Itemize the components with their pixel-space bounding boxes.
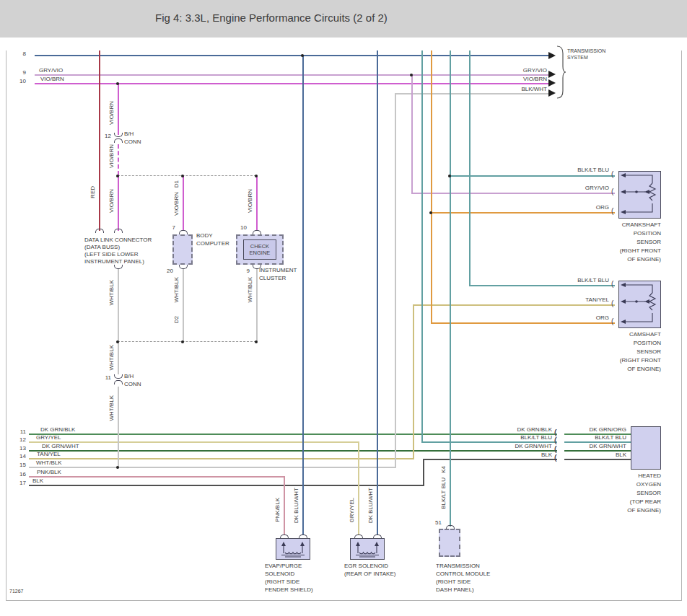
wire-blk-lt-blu-v3 xyxy=(469,50,471,286)
wire-blk-vertical xyxy=(423,459,424,486)
oxygen-sensor-box xyxy=(631,426,661,470)
wire-row8-dk-blu-wht xyxy=(35,55,550,56)
wire-tan-yel-vertical xyxy=(413,304,414,459)
frame-left xyxy=(6,50,6,601)
row-number: 14 xyxy=(14,453,26,459)
wire-label: TAN/YEL xyxy=(553,296,609,303)
wire-label: WHT/BLK xyxy=(108,280,115,306)
wire-label: ORG xyxy=(553,204,609,211)
connector-arc-icon xyxy=(179,265,188,269)
wire-label: BLK/LT BLU xyxy=(569,434,626,441)
wire-label: WHT/BLK xyxy=(108,345,115,371)
instrument-cluster-label: INSTRUMENT CLUSTER xyxy=(259,266,297,282)
wire-label: VIO/BRN xyxy=(108,189,115,213)
wire-o2-blk-right xyxy=(564,459,631,460)
wire-org-vertical xyxy=(431,50,432,324)
wire-label: BLK/WHT xyxy=(475,86,547,92)
wire-vio-brn-v2 xyxy=(118,175,119,231)
wire-vio-brn-v4 xyxy=(256,175,258,230)
row-number: 9 xyxy=(14,69,26,76)
wire-blk-lt-blu-v2 xyxy=(450,50,451,527)
wire-label: BLK xyxy=(32,478,43,484)
body-computer-label: BODY COMPUTER xyxy=(196,232,229,247)
wire-dk-blu-wht-v2 xyxy=(377,50,378,534)
wire-cam-tan-yel xyxy=(413,304,615,306)
wire-row15-wht-blk xyxy=(29,467,395,468)
solenoid-coil-icon xyxy=(276,539,309,558)
wire-blk-wht-vertical xyxy=(395,93,396,468)
tcm-label: TRANSMISSION CONTROL MODULE (RIGHT SIDE … xyxy=(436,562,490,594)
wire-row16-pnk-blk xyxy=(29,476,284,478)
wire-label: GRY/VIO xyxy=(475,67,547,74)
row-number: 12 xyxy=(14,436,26,443)
frame-bottom xyxy=(6,600,682,601)
wire-row11-dk-grn-blk xyxy=(29,434,557,435)
wire-label: ORG xyxy=(553,314,609,321)
wire-label: BLK/LT BLU xyxy=(553,277,609,283)
camshaft-sensor-label: CAMSHAFT POSITION SENSOR (RIGHT FRONT OF… xyxy=(589,330,661,374)
wire-label: BLK xyxy=(494,452,552,458)
bh-conn-label: B/H CONN xyxy=(124,130,141,146)
sensor-internals-icon xyxy=(619,172,660,217)
wire-label: GRY/VIO xyxy=(553,185,609,191)
conn-pin: 10 xyxy=(235,224,247,231)
connector-arc-icon xyxy=(95,229,104,233)
bh-conn-icon xyxy=(114,138,123,143)
wire-label: PNK/BLK xyxy=(37,469,61,475)
evap-solenoid-box xyxy=(276,538,310,560)
wire-label: GRY/YEL xyxy=(36,434,61,441)
arrow-right-icon xyxy=(548,71,556,78)
row-number: 10 xyxy=(14,78,26,84)
wire-row14-tan-yel xyxy=(29,458,413,459)
junction-dot xyxy=(448,175,451,177)
figure-title: Fig 4: 3.3L, Engine Performance Circuits… xyxy=(155,12,388,24)
wire-crank-org xyxy=(431,212,615,214)
junction-dot xyxy=(116,175,119,177)
wire-label: WHT/BLK xyxy=(173,277,180,303)
egr-solenoid-box xyxy=(350,538,385,560)
solenoid-coil-icon xyxy=(351,539,383,558)
inline-connector-icon: (( xyxy=(554,436,555,444)
wire-label: D1 xyxy=(173,180,180,188)
wire-label: DK BLU/WHT xyxy=(367,488,374,523)
bh-conn-icon xyxy=(114,374,123,379)
wire-label: DK GRN/WHT xyxy=(569,443,626,449)
arrow-right-icon xyxy=(548,79,556,87)
wire-o2-blk-left xyxy=(423,459,557,460)
inline-connector-icon: (( xyxy=(554,454,555,462)
wire-cam-blk-lt-blu xyxy=(469,285,615,286)
wire-gry-vio-vertical xyxy=(411,74,413,194)
wire-vio-brn-dashed xyxy=(118,144,119,175)
wire-label: DK GRN/ORG xyxy=(569,426,626,433)
wire-red-vertical xyxy=(99,50,100,231)
wire-row10-vio-brn xyxy=(35,83,550,84)
wire-label: VIO/BRN xyxy=(247,189,253,213)
wire-label: VIO/BRN xyxy=(475,76,547,82)
dlc-label: DATA LINK CONNECTOR (DATA BUSS) (LEFT SI… xyxy=(84,237,152,265)
sensor-internals-icon xyxy=(619,281,660,327)
wiring-diagram: Fig 4: 3.3L, Engine Performance Circuits… xyxy=(0,0,687,616)
row-number: 13 xyxy=(14,445,26,452)
conn-pin: 9 xyxy=(238,268,250,274)
bh-conn-label: B/H CONN xyxy=(124,372,141,388)
wire-label: K4 xyxy=(440,466,447,473)
junction-dot xyxy=(116,340,119,343)
wire-label: VIO/BRN xyxy=(108,144,115,168)
junction-dot xyxy=(116,82,119,85)
wire-label: WHT/BLK xyxy=(108,395,115,421)
oxygen-sensor-label: HEATED OXYGEN SENSOR (TOP REAR OF ENGINE… xyxy=(589,472,661,515)
wire-crank-gry-vio xyxy=(411,193,615,194)
junction-dot xyxy=(255,340,258,343)
wire-label: RED xyxy=(89,186,96,198)
wire-label: DK GRN/WHT xyxy=(42,443,79,449)
wire-label: GRY/VIO xyxy=(39,67,63,74)
frame-right xyxy=(681,50,682,601)
conn-pin: 20 xyxy=(162,268,173,274)
figure-code: 71267 xyxy=(9,589,23,594)
junction-dot xyxy=(429,211,432,214)
junction-dot xyxy=(410,74,413,76)
wire-label: PNK/BLK xyxy=(274,498,281,522)
wire-label: WHT/BLK xyxy=(36,459,62,466)
row-number: 15 xyxy=(14,462,26,468)
tcm-box xyxy=(439,529,460,557)
